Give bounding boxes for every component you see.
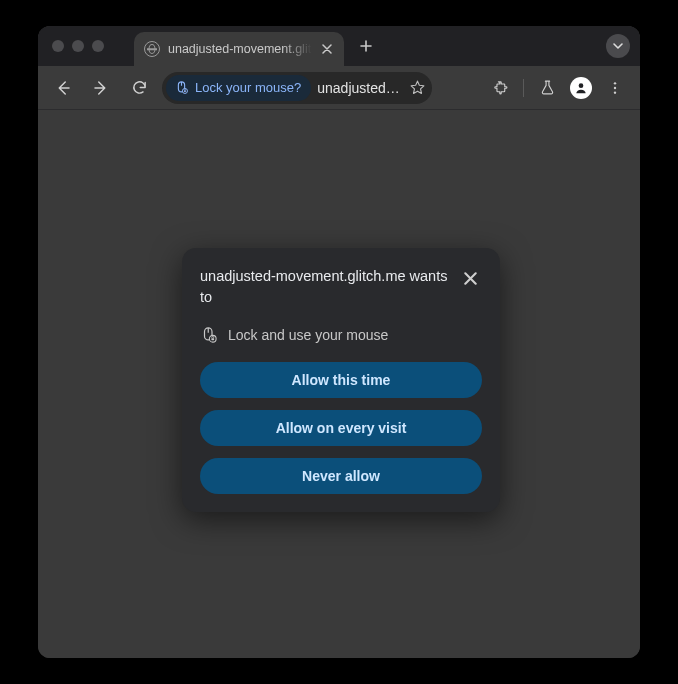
toolbar-divider — [523, 79, 524, 97]
extensions-button[interactable] — [485, 73, 515, 103]
reload-button[interactable] — [124, 73, 154, 103]
profile-button[interactable] — [566, 73, 596, 103]
browser-toolbar: Lock your mouse? unadjusted-mov… — [38, 66, 640, 110]
allow-once-button[interactable]: Allow this time — [200, 362, 482, 398]
svg-point-6 — [614, 86, 616, 88]
window-controls — [52, 40, 104, 52]
permission-dialog: unadjusted-movement.glitch.me wants to L… — [182, 248, 500, 512]
bookmark-star-button[interactable] — [409, 79, 426, 96]
allow-always-button[interactable]: Allow on every visit — [200, 410, 482, 446]
tab-title: unadjusted-movement.glitch. — [168, 42, 312, 56]
address-bar[interactable]: Lock your mouse? unadjusted-mov… — [162, 72, 432, 104]
svg-point-7 — [614, 91, 616, 93]
svg-rect-11 — [211, 338, 214, 340]
back-button[interactable] — [48, 73, 78, 103]
mouse-icon — [174, 80, 189, 95]
browser-window: unadjusted-movement.glitch. — [38, 26, 640, 658]
url-text: unadjusted-mov… — [317, 80, 403, 96]
svg-rect-3 — [184, 90, 186, 92]
close-icon — [464, 272, 477, 285]
new-tab-button[interactable] — [352, 32, 380, 60]
minimize-window-button[interactable] — [72, 40, 84, 52]
globe-icon — [144, 41, 160, 57]
menu-button[interactable] — [600, 73, 630, 103]
labs-button[interactable] — [532, 73, 562, 103]
tabs-dropdown-button[interactable] — [606, 34, 630, 58]
mouse-lock-icon — [200, 326, 218, 344]
permission-chip-label: Lock your mouse? — [195, 80, 301, 95]
tab-strip: unadjusted-movement.glitch. — [38, 26, 640, 66]
never-allow-button[interactable]: Never allow — [200, 458, 482, 494]
dialog-title: unadjusted-movement.glitch.me wants to — [200, 266, 448, 308]
permission-label: Lock and use your mouse — [228, 327, 388, 343]
toolbar-actions — [485, 73, 630, 103]
avatar — [570, 77, 592, 99]
permission-chip[interactable]: Lock your mouse? — [166, 75, 311, 101]
close-tab-button[interactable] — [320, 42, 334, 56]
svg-point-5 — [614, 82, 616, 84]
close-window-button[interactable] — [52, 40, 64, 52]
dialog-close-button[interactable] — [458, 266, 482, 290]
browser-tab[interactable]: unadjusted-movement.glitch. — [134, 32, 344, 66]
forward-button[interactable] — [86, 73, 116, 103]
maximize-window-button[interactable] — [92, 40, 104, 52]
svg-point-4 — [579, 83, 584, 88]
